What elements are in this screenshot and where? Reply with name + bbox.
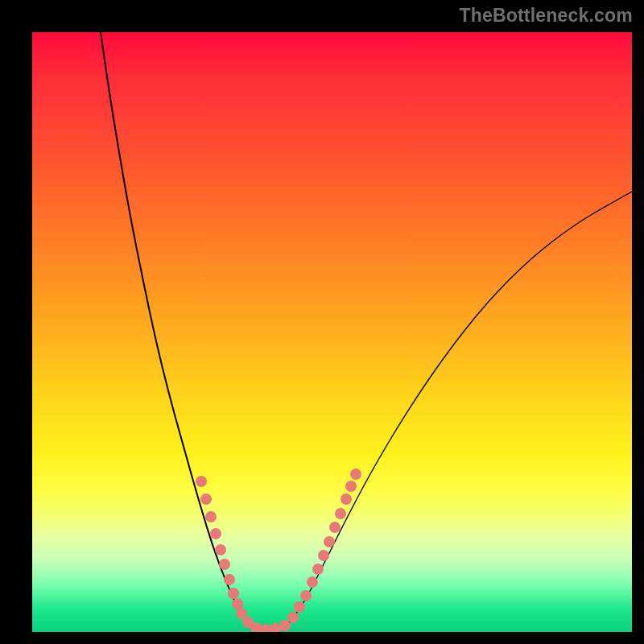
chart-frame: TheBottleneck.com xyxy=(0,0,644,644)
marker-dot xyxy=(270,623,281,632)
chart-svg xyxy=(32,32,632,632)
marker-dot xyxy=(345,481,357,492)
marker-dot xyxy=(312,564,324,575)
marker-dot xyxy=(215,544,226,555)
marker-dot xyxy=(350,469,361,480)
line-right-branch xyxy=(288,192,632,624)
marker-dot xyxy=(279,620,291,631)
marker-dot xyxy=(260,624,271,632)
marker-dot xyxy=(210,528,221,539)
marker-dot xyxy=(324,536,335,547)
plot-area xyxy=(32,32,632,632)
marker-group xyxy=(196,469,361,632)
marker-dot xyxy=(232,598,243,609)
marker-dot xyxy=(224,574,235,585)
marker-dot xyxy=(228,588,239,599)
marker-dot xyxy=(287,612,299,623)
marker-dot xyxy=(294,601,305,613)
marker-dot xyxy=(341,493,352,505)
marker-dot xyxy=(307,576,318,588)
watermark-label: TheBottleneck.com xyxy=(459,5,633,27)
line-left-branch xyxy=(101,32,250,624)
marker-dot xyxy=(318,550,329,561)
marker-dot xyxy=(219,559,230,570)
marker-dot xyxy=(200,493,212,505)
marker-dot xyxy=(335,508,346,519)
marker-dot xyxy=(329,522,341,533)
marker-dot xyxy=(205,511,217,522)
marker-dot xyxy=(300,590,312,601)
marker-dot xyxy=(196,476,207,487)
